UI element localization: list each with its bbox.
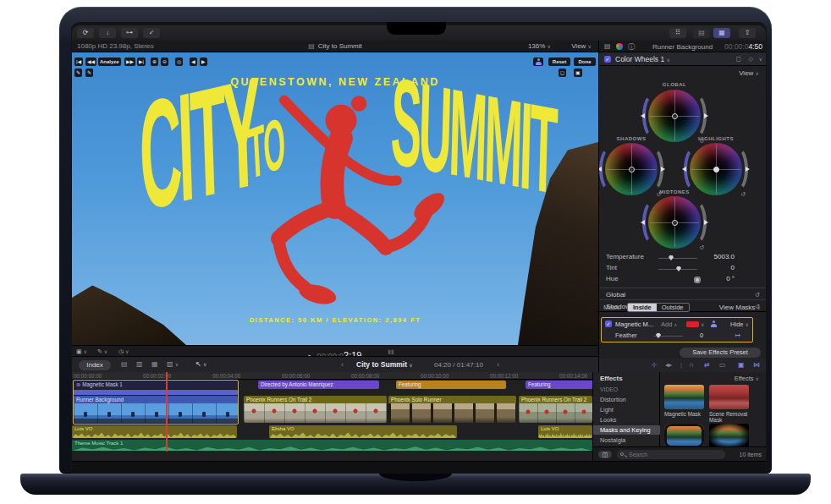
view-menu[interactable]: View ∨ bbox=[571, 42, 592, 50]
mask-settings-icon[interactable]: ◎ bbox=[175, 58, 183, 66]
audio-clip-luis-vo-1[interactable]: Luis VO bbox=[72, 425, 237, 438]
effect-row-color-wheels[interactable]: ✓ Color Wheels 1 ∨ ◻ ◇ ∨ bbox=[599, 52, 766, 66]
category-looks[interactable]: Looks bbox=[593, 415, 660, 425]
title-clip-featuring-2[interactable]: Featuring bbox=[526, 381, 592, 389]
music-clip-theme-track[interactable]: Theme Music Track 1 bbox=[72, 440, 592, 451]
title-clip-subbar[interactable] bbox=[74, 390, 238, 395]
title-clip-featuring-1[interactable]: Featuring bbox=[396, 381, 506, 389]
monitor-icon[interactable]: ▭ bbox=[719, 361, 726, 369]
mask-hide-menu[interactable]: Hide ∨ bbox=[730, 320, 749, 328]
draw-mask-tool-icon[interactable]: ✎ ∨ bbox=[97, 348, 107, 355]
frame-fit-icon[interactable]: ▣ bbox=[574, 68, 582, 77]
analyze-check-icon[interactable]: ✓ bbox=[143, 28, 160, 38]
temperature-slider[interactable] bbox=[658, 258, 697, 259]
sidebar-toggle-icon[interactable]: ◫ bbox=[598, 451, 612, 458]
rewind-icon[interactable]: ◀◀ bbox=[85, 58, 96, 66]
hue-value[interactable]: 0 ° bbox=[696, 275, 735, 282]
mask-add-stepper[interactable]: Add ∧ bbox=[661, 320, 677, 328]
analyze-button[interactable]: Analyze bbox=[98, 58, 121, 66]
audio-clip-luis-vo-2[interactable]: Luis VO bbox=[538, 425, 592, 438]
category-nostalgia[interactable]: Nostalgia bbox=[593, 436, 660, 445]
mask-inside-option[interactable]: Inside bbox=[628, 304, 657, 311]
list-view-toggle-icon[interactable]: ▤ bbox=[693, 28, 710, 38]
category-light[interactable]: Light bbox=[593, 405, 660, 414]
index-button[interactable]: Index bbox=[79, 360, 111, 370]
letterbox-icon[interactable]: ◻ bbox=[559, 68, 566, 77]
view-masks-menu[interactable]: View Masks ∨ bbox=[719, 304, 761, 311]
effect-enable-checkbox[interactable]: ✓ bbox=[604, 56, 611, 63]
search-input[interactable] bbox=[629, 450, 722, 459]
effects-search-field[interactable] bbox=[617, 450, 725, 459]
effect-thumb-rounded-mask[interactable] bbox=[664, 424, 704, 448]
mask-outside-option[interactable]: Outside bbox=[657, 304, 689, 311]
feather-value[interactable]: 0 bbox=[700, 331, 703, 339]
tint-slider[interactable] bbox=[658, 269, 697, 270]
audio-skimming-icon[interactable]: ◂▸ bbox=[665, 361, 672, 369]
headphones-icon[interactable]: ∩ bbox=[689, 361, 694, 369]
mask-tool-icon[interactable]: ◻ bbox=[736, 55, 741, 63]
category-masks-and-keying[interactable]: Masks and Keying bbox=[593, 425, 660, 435]
zoom-level-menu[interactable]: 136% ∨ bbox=[528, 42, 551, 50]
subject-icon[interactable] bbox=[710, 320, 717, 327]
color-wheel-shadows[interactable]: ↺ bbox=[605, 143, 658, 195]
timeline-project-menu[interactable]: City to Summit ∨ bbox=[356, 360, 413, 369]
media-sync-icon[interactable]: ⟳ bbox=[77, 28, 94, 38]
temperature-value[interactable]: 5003.0 bbox=[696, 253, 735, 260]
tint-value[interactable]: 0 bbox=[696, 264, 735, 271]
video-clip-phoenix-runners-1[interactable]: Phoenix Runners On Trail 2 bbox=[244, 396, 387, 423]
zoom-out-icon[interactable]: ⊖ bbox=[161, 58, 168, 66]
clip-appearance-icon-2[interactable]: ▥ bbox=[136, 360, 143, 368]
done-button[interactable]: Done bbox=[574, 58, 596, 66]
color-wheel-global[interactable]: ↺ bbox=[648, 90, 701, 142]
go-to-end-icon[interactable]: ▶| bbox=[137, 58, 146, 66]
title-clip-magnetic-mask[interactable]: ⊛Magnetic Mask 1 bbox=[74, 381, 238, 389]
clip-appearance-icon-1[interactable]: ▤ bbox=[121, 360, 128, 368]
magnetic-mask-checkbox[interactable]: ✓ bbox=[605, 320, 612, 327]
transitions-browser-toggle-icon[interactable]: ⋈ bbox=[753, 361, 760, 369]
feather-keyframe-icon[interactable]: ↦ bbox=[735, 331, 740, 339]
timeline-ruler[interactable]: 00:00:00:00 00:00:02:00 00:00:04:00 00:0… bbox=[72, 372, 592, 380]
fast-forward-icon[interactable]: ▶▶ bbox=[124, 58, 135, 66]
timeline[interactable]: 00:00:00:00 00:00:02:00 00:00:04:00 00:0… bbox=[72, 372, 592, 461]
category-video[interactable]: VIDEO bbox=[593, 385, 660, 394]
wheels-view-menu[interactable]: View ∨ bbox=[739, 69, 759, 77]
global-reset-icon[interactable]: ↺ bbox=[755, 291, 760, 299]
video-clip-phoenix-solo[interactable]: Phoenix Solo Runner bbox=[388, 396, 516, 423]
video-clip-phoenix-runners-2[interactable]: Phoenix Runners On Trail 2 bbox=[519, 396, 592, 423]
clip-appearance-icon-3[interactable]: ▦ bbox=[151, 360, 158, 368]
save-effects-preset-button[interactable]: Save Effects Preset bbox=[680, 348, 761, 358]
mask-color-swatch[interactable] bbox=[686, 321, 699, 327]
browser-grid-icon[interactable]: ⠿ bbox=[669, 28, 686, 38]
category-distortion[interactable]: Distortion bbox=[593, 395, 660, 404]
timeline-view-toggle-icon[interactable]: ▦ bbox=[713, 28, 730, 38]
trim-tool-icon[interactable]: ⊹ bbox=[652, 361, 658, 369]
effect-thumb-scene-removal-mask[interactable] bbox=[709, 385, 749, 409]
next-project-icon[interactable]: › bbox=[497, 360, 499, 369]
magnetic-mask-group[interactable]: ✓ Magnetic M... Add ∧ ∨ Hide ∨ Feather 0… bbox=[601, 317, 753, 342]
clip-appearance-icon-4[interactable]: ▧ ∨ bbox=[167, 360, 179, 368]
feather-slider[interactable] bbox=[654, 336, 683, 337]
reset-button[interactable]: Reset bbox=[548, 58, 570, 66]
mask-inside-outside-segment[interactable]: Inside Outside bbox=[627, 303, 690, 312]
import-icon[interactable]: ↓ bbox=[99, 28, 116, 38]
audio-meters-icon[interactable]: ▮▮ bbox=[388, 348, 394, 355]
hue-dial[interactable] bbox=[658, 280, 697, 281]
retime-tool-icon[interactable]: ◷ ∨ bbox=[118, 348, 129, 355]
next-icon[interactable]: ▶ bbox=[200, 58, 207, 66]
effect-collapse-icon[interactable]: ∨ bbox=[759, 56, 762, 62]
color-wheel-highlights[interactable]: ↺ bbox=[690, 143, 742, 195]
title-clip-directed-by[interactable]: Directed by Antonio Manriquez bbox=[258, 381, 379, 389]
transform-tool-icon[interactable]: ▣ ∨ bbox=[76, 348, 87, 355]
swatch-chevron-icon[interactable]: ∨ bbox=[701, 321, 704, 327]
keyword-icon[interactable]: ⊶ bbox=[121, 28, 138, 38]
go-to-start-icon[interactable]: |◀ bbox=[74, 58, 83, 66]
solo-icon[interactable]: | bbox=[680, 361, 682, 369]
effect-thumb-magnetic-mask[interactable] bbox=[664, 385, 704, 409]
zoom-in-icon[interactable]: ⊕ bbox=[151, 58, 158, 66]
playhead[interactable] bbox=[166, 372, 168, 452]
previous-icon[interactable]: ◀ bbox=[190, 58, 197, 66]
brush-subtract-icon[interactable]: ✎ bbox=[85, 68, 93, 77]
effects-browser-toggle-icon[interactable]: ▣ bbox=[738, 361, 745, 369]
pointer-tool-menu[interactable]: ↖ ∨ bbox=[195, 360, 206, 368]
audio-clip-elisha-vo[interactable]: Elisha VO bbox=[269, 425, 457, 438]
